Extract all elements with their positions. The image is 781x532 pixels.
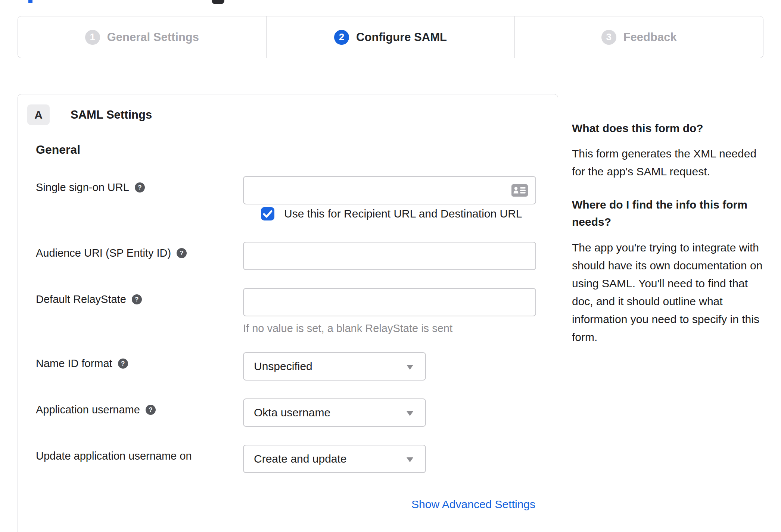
step-2-label: Configure SAML: [356, 31, 447, 44]
sidebar-heading-where: Where do I find the info this form needs…: [572, 196, 768, 231]
audience-uri-row: Audience URI (SP Entity ID) ?: [36, 242, 536, 270]
update-username-row: Update application username on Create an…: [36, 445, 536, 473]
help-icon[interactable]: ?: [146, 405, 156, 415]
step-1-label: General Settings: [107, 31, 199, 44]
audience-uri-label: Audience URI (SP Entity ID) ?: [36, 242, 243, 259]
help-icon[interactable]: ?: [135, 182, 145, 193]
step-1-number-badge: 1: [85, 30, 100, 45]
name-id-format-row: Name ID format ? Unspecified: [36, 352, 536, 381]
application-username-value: Okta username: [254, 406, 330, 419]
sso-url-label-text: Single sign-on URL: [36, 181, 129, 194]
wizard-stepper: 1 General Settings 2 Configure SAML 3 Fe…: [18, 16, 763, 58]
audience-uri-input[interactable]: [243, 242, 536, 270]
help-icon[interactable]: ?: [132, 294, 142, 304]
advanced-settings-row: Show Advanced Settings: [411, 498, 535, 511]
sso-url-row: Single sign-on URL ?: [36, 176, 536, 204]
cutoff-blue-element: [28, 0, 32, 3]
update-username-label: Update application username on: [36, 445, 243, 462]
audience-uri-label-text: Audience URI (SP Entity ID): [36, 247, 171, 259]
step-feedback[interactable]: 3 Feedback: [514, 16, 763, 58]
step-general-settings[interactable]: 1 General Settings: [18, 16, 266, 58]
chevron-down-icon: [407, 457, 413, 462]
relay-state-helper-text: If no value is set, a blank RelayState i…: [243, 322, 536, 335]
cutoff-dark-element: [212, 0, 224, 4]
sidebar-paragraph-what: This form generates the XML needed for t…: [572, 145, 768, 181]
chevron-down-icon: [407, 365, 413, 370]
address-card-icon: [511, 184, 528, 197]
saml-settings-panel: A SAML Settings General Single sign-on U…: [18, 94, 558, 532]
name-id-format-label-text: Name ID format: [36, 357, 112, 370]
relay-state-input[interactable]: [243, 288, 536, 316]
help-icon[interactable]: ?: [118, 359, 128, 369]
recipient-url-checkbox-row: Use this for Recipient URL and Destinati…: [261, 207, 522, 220]
sidebar-paragraph-where: The app you're trying to integrate with …: [572, 239, 768, 346]
recipient-url-checkbox-label: Use this for Recipient URL and Destinati…: [284, 207, 522, 220]
chevron-down-icon: [407, 411, 413, 416]
application-username-row: Application username ? Okta username: [36, 398, 536, 427]
panel-title: SAML Settings: [71, 108, 152, 122]
help-sidebar: What does this form do? This form genera…: [572, 120, 768, 346]
sso-url-input[interactable]: [243, 176, 536, 204]
step-configure-saml[interactable]: 2 Configure SAML: [266, 16, 515, 58]
update-username-label-text: Update application username on: [36, 450, 192, 462]
sidebar-heading-what: What does this form do?: [572, 120, 768, 137]
relay-state-label: Default RelayState ?: [36, 288, 243, 306]
panel-header: A SAML Settings: [27, 104, 152, 125]
help-icon[interactable]: ?: [177, 248, 187, 258]
name-id-format-value: Unspecified: [254, 360, 312, 373]
step-2-number-badge: 2: [334, 30, 349, 45]
application-username-label-text: Application username: [36, 404, 140, 416]
application-username-select[interactable]: Okta username: [243, 398, 426, 427]
recipient-url-checkbox[interactable]: [261, 207, 274, 220]
general-section-heading: General: [36, 143, 80, 157]
section-a-badge: A: [27, 104, 50, 125]
step-3-number-badge: 3: [601, 30, 616, 45]
relay-state-row: Default RelayState ? If no value is set,…: [36, 288, 536, 335]
update-username-value: Create and update: [254, 453, 347, 465]
relay-state-label-text: Default RelayState: [36, 293, 126, 306]
update-username-select[interactable]: Create and update: [243, 445, 426, 473]
name-id-format-label: Name ID format ?: [36, 352, 243, 370]
name-id-format-select[interactable]: Unspecified: [243, 352, 426, 381]
application-username-label: Application username ?: [36, 398, 243, 416]
show-advanced-settings-link[interactable]: Show Advanced Settings: [411, 498, 535, 510]
step-3-label: Feedback: [623, 31, 677, 44]
checkmark-icon: [261, 207, 274, 220]
sso-url-label: Single sign-on URL ?: [36, 176, 243, 194]
